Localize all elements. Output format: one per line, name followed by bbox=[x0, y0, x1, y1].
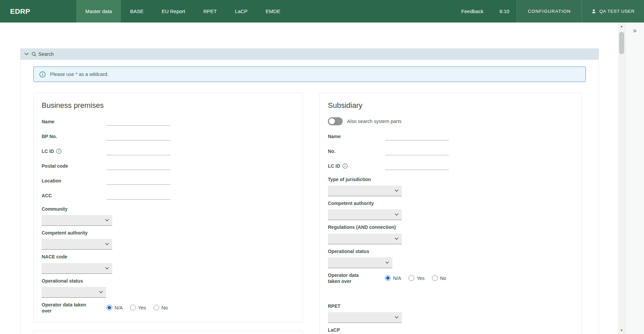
vertical-scrollbar[interactable]: ▲ ▼ bbox=[618, 23, 625, 334]
sub-radio-no-input[interactable] bbox=[432, 275, 438, 281]
bp-operational-status-select[interactable] bbox=[42, 287, 106, 298]
sub-no-field: No. bbox=[328, 147, 573, 156]
user-menu[interactable]: QA TEST USER bbox=[582, 0, 644, 23]
bp-location-input[interactable] bbox=[106, 177, 170, 185]
system-parts-toggle-label: Also search system parts bbox=[347, 119, 401, 124]
bp-nace-code-select[interactable] bbox=[42, 263, 112, 274]
sub-radio-na-input[interactable] bbox=[385, 275, 391, 281]
sub-radio-option-no[interactable]: No bbox=[432, 275, 446, 281]
chevron-down-icon bbox=[105, 219, 109, 221]
sub-lc-id-label-text: LC ID bbox=[328, 163, 340, 169]
sub-no-input[interactable] bbox=[385, 147, 449, 155]
bp-radio-yes-input[interactable] bbox=[130, 305, 136, 310]
user-icon bbox=[591, 9, 596, 14]
chevron-down-icon bbox=[385, 261, 389, 264]
info-icon[interactable] bbox=[342, 163, 348, 169]
bp-postal-code-field: Postal code bbox=[42, 162, 295, 170]
chevron-down-icon bbox=[105, 267, 109, 269]
bp-nace-code-field: NACE code bbox=[42, 254, 295, 274]
bp-radio-yes-label: Yes bbox=[138, 305, 146, 310]
sub-operational-status-label: Operational status bbox=[328, 248, 573, 254]
main-nav-tabs: Master data BASE EU Report RPET LaCP EMD… bbox=[76, 0, 289, 23]
sub-regulations-field: Regulations (AND connection) bbox=[328, 224, 573, 244]
expand-panel-icon[interactable]: » bbox=[631, 26, 639, 35]
bp-community-field: Community bbox=[42, 206, 295, 226]
sub-jurisdiction-select[interactable] bbox=[328, 185, 402, 196]
bp-community-select[interactable] bbox=[42, 215, 112, 226]
bp-radio-option-no[interactable]: No bbox=[154, 305, 168, 310]
tab-lacp[interactable]: LaCP bbox=[226, 0, 257, 23]
scrollbar-thumb[interactable] bbox=[619, 32, 624, 54]
sub-name-input[interactable] bbox=[385, 132, 449, 140]
scroll-up-button[interactable]: ▲ bbox=[618, 23, 625, 30]
info-icon bbox=[39, 71, 46, 78]
sub-lc-id-input[interactable] bbox=[385, 162, 449, 170]
subsidiary-title: Subsidiary bbox=[328, 101, 573, 110]
sub-radio-option-yes[interactable]: Yes bbox=[409, 275, 425, 281]
sub-name-field: Name bbox=[328, 132, 573, 141]
bp-name-input[interactable] bbox=[106, 118, 170, 126]
sub-radio-yes-input[interactable] bbox=[409, 275, 414, 281]
main-area: Search Please use * as a wildcard. bbox=[0, 23, 644, 334]
bp-radio-no-input[interactable] bbox=[154, 305, 159, 310]
sub-operational-status-select[interactable] bbox=[328, 257, 392, 268]
sub-lacp-field: LaCP bbox=[328, 327, 573, 334]
tab-emde[interactable]: EMDE bbox=[257, 0, 289, 23]
bp-name-field: Name bbox=[42, 117, 295, 126]
sub-name-label: Name bbox=[328, 133, 385, 139]
bp-operational-status-label: Operational status bbox=[42, 278, 295, 284]
business-premises-title: Business premises bbox=[42, 101, 295, 110]
bp-acc-field: ACC bbox=[42, 191, 295, 200]
bp-radio-na-label: N/A bbox=[115, 305, 123, 310]
configuration-menu[interactable]: CONFIGURATION bbox=[517, 0, 582, 23]
bp-radio-na-input[interactable] bbox=[106, 305, 112, 310]
bp-competent-authority-select[interactable] bbox=[42, 239, 112, 250]
user-name: QA TEST USER bbox=[599, 9, 635, 14]
bp-postal-code-input[interactable] bbox=[106, 162, 170, 170]
bp-acc-label: ACC bbox=[42, 193, 106, 199]
page-content: Search Please use * as a wildcard. bbox=[0, 23, 618, 334]
session-timer: 6:10 bbox=[492, 0, 517, 23]
feedback-link[interactable]: Feedback bbox=[453, 0, 492, 23]
sub-competent-authority-select[interactable] bbox=[328, 209, 402, 220]
bp-location-label: Location bbox=[42, 178, 106, 184]
search-panel-title: Search bbox=[38, 51, 54, 57]
sub-rpet-select[interactable] bbox=[328, 312, 402, 323]
bp-competent-authority-label: Competent authority bbox=[42, 230, 295, 236]
sub-competent-authority-label: Competent authority bbox=[328, 200, 573, 206]
bp-lc-id-label: LC ID bbox=[42, 148, 106, 154]
bp-radio-option-yes[interactable]: Yes bbox=[130, 305, 146, 310]
sub-operator-data-field: Operator data taken over N/A Yes bbox=[328, 272, 573, 284]
system-parts-toggle[interactable] bbox=[328, 117, 343, 125]
bp-competent-authority-field: Competent authority bbox=[42, 230, 295, 250]
sub-operator-data-label: Operator data taken over bbox=[328, 272, 385, 284]
sub-radio-no-label: No bbox=[440, 276, 446, 281]
info-icon[interactable] bbox=[56, 149, 61, 154]
sub-no-label: No. bbox=[328, 148, 385, 154]
tab-base[interactable]: BASE bbox=[121, 0, 153, 23]
tab-rpet[interactable]: RPET bbox=[194, 0, 226, 23]
bp-lc-id-label-text: LC ID bbox=[42, 148, 54, 154]
sub-regulations-select[interactable] bbox=[328, 234, 402, 244]
bp-acc-input[interactable] bbox=[106, 192, 170, 200]
bp-lc-id-input[interactable] bbox=[106, 147, 170, 155]
topbar-user-segment: CONFIGURATION QA TEST USER bbox=[517, 0, 644, 23]
collapsed-side-panel: » bbox=[625, 23, 644, 334]
sub-radio-option-na[interactable]: N/A bbox=[385, 275, 401, 281]
bp-radio-option-na[interactable]: N/A bbox=[106, 305, 123, 310]
bp-no-field: BP No. bbox=[42, 132, 295, 141]
tab-eu-report[interactable]: EU Report bbox=[153, 0, 194, 23]
chevron-down-icon bbox=[395, 190, 398, 192]
chevron-down-icon bbox=[395, 316, 398, 319]
sub-radio-yes-label: Yes bbox=[417, 276, 425, 281]
bp-operator-data-label: Operator data taken over bbox=[42, 302, 106, 314]
sub-regulations-label: Regulations (AND connection) bbox=[328, 224, 573, 230]
scroll-down-button[interactable]: ▼ bbox=[618, 327, 625, 334]
bp-operator-data-radio-group: N/A Yes No bbox=[106, 305, 168, 310]
chevron-down-icon bbox=[105, 243, 109, 245]
tab-master-data[interactable]: Master data bbox=[76, 0, 121, 23]
bp-postal-code-label: Postal code bbox=[42, 163, 106, 169]
bp-no-input[interactable] bbox=[106, 132, 170, 140]
search-collapse-header[interactable]: Search bbox=[20, 48, 599, 60]
chevron-down-icon bbox=[395, 238, 398, 240]
